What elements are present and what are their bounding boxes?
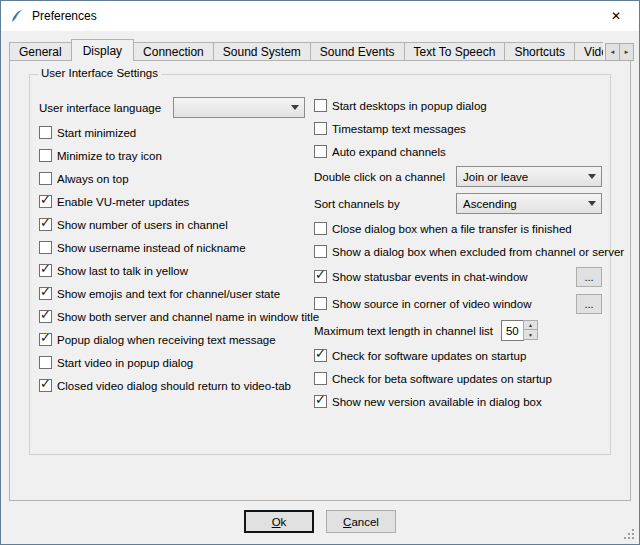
spinner-buttons: ▲ ▼ [523, 320, 538, 341]
checkbox-row-start-minimized[interactable]: Start minimized [39, 124, 305, 141]
checkbox-label: Enable VU-meter updates [57, 196, 189, 208]
tab-shortcuts[interactable]: Shortcuts [504, 42, 575, 60]
cancel-button[interactable]: Cancel [326, 510, 396, 533]
checkbox-row-show-user-count[interactable]: Show number of users in channel [39, 216, 305, 233]
checkbox[interactable] [314, 222, 327, 235]
max-text-length-spinner[interactable]: 50 ▲ ▼ [501, 320, 538, 341]
checkbox[interactable] [314, 245, 327, 258]
checkbox-row-excluded-dialog[interactable]: Show a dialog box when excluded from cha… [314, 243, 602, 260]
checkbox-label: Show emojis and text for channel/user st… [57, 288, 280, 300]
tab-scroll-left-icon[interactable]: ◄ [605, 43, 620, 61]
checkbox[interactable] [39, 218, 52, 231]
checkbox-row-emojis[interactable]: Show emojis and text for channel/user st… [39, 285, 305, 302]
chevron-down-icon [588, 174, 596, 179]
checkbox[interactable] [39, 126, 52, 139]
checkbox-row-desktops-popup[interactable]: Start desktops in popup dialog [314, 97, 602, 114]
ok-button[interactable]: Ok [244, 510, 314, 533]
sort-channels-combobox-value: Ascending [463, 198, 517, 210]
title-bar[interactable]: Preferences ✕ [1, 1, 639, 31]
sort-channels-label: Sort channels by [314, 198, 400, 210]
cancel-button-rest: ancel [351, 516, 379, 528]
sort-channels-combobox[interactable]: Ascending [456, 193, 602, 214]
resize-grip-dots [624, 529, 626, 531]
double-click-row: Double click on a channel Join or leave [314, 166, 602, 187]
checkbox-row-statusbar-events[interactable]: Show statusbar events in chat-window ... [314, 266, 602, 287]
window-title: Preferences [32, 9, 97, 23]
tab-sound-system[interactable]: Sound System [213, 42, 311, 60]
resize-grip[interactable] [623, 528, 637, 542]
spinner-value[interactable]: 50 [501, 320, 524, 341]
checkbox-label: Auto expand channels [332, 146, 446, 158]
checkbox-row-always-on-top[interactable]: Always on top [39, 170, 305, 187]
checkbox-row-video-popup[interactable]: Start video in popup dialog [39, 354, 305, 371]
checkbox[interactable] [39, 149, 52, 162]
close-icon[interactable]: ✕ [593, 1, 639, 31]
checkbox[interactable] [314, 372, 327, 385]
checkbox-label: Close dialog box when a file transfer is… [332, 223, 572, 235]
tab-scroll-buttons: ◄ ► [605, 43, 634, 61]
tab-connection[interactable]: Connection [133, 42, 214, 60]
ok-button-rest: k [281, 516, 287, 528]
checkbox-row-window-title[interactable]: Show both server and channel name in win… [39, 308, 305, 325]
tab-display[interactable]: Display [71, 39, 134, 61]
tab-scroll-right-icon[interactable]: ► [619, 43, 634, 61]
checkbox-label: Start video in popup dialog [57, 357, 193, 369]
app-logo-icon [9, 8, 25, 24]
checkbox[interactable] [314, 395, 327, 408]
checkbox[interactable] [314, 122, 327, 135]
right-column: Start desktops in popup dialog Timestamp… [314, 97, 602, 410]
checkbox[interactable] [314, 145, 327, 158]
checkbox-row-show-username[interactable]: Show username instead of nickname [39, 239, 305, 256]
checkbox[interactable] [39, 264, 52, 277]
checkbox[interactable] [39, 195, 52, 208]
checkbox[interactable] [39, 172, 52, 185]
tab-general[interactable]: General [9, 42, 72, 60]
chevron-down-icon [588, 201, 596, 206]
checkbox-label: Timestamp text messages [332, 123, 466, 135]
checkbox[interactable] [39, 333, 52, 346]
checkbox-row-software-updates[interactable]: Check for software updates on startup [314, 347, 602, 364]
checkbox-row-beta-updates[interactable]: Check for beta software updates on start… [314, 370, 602, 387]
checkbox[interactable] [314, 270, 327, 283]
display-tab-page: User Interface Settings User interface l… [9, 60, 631, 501]
checkbox[interactable] [39, 310, 52, 323]
checkbox-row-vu-meter[interactable]: Enable VU-meter updates [39, 193, 305, 210]
checkbox-label: Show new version available in dialog box [332, 396, 542, 408]
checkbox-row-new-version-dialog[interactable]: Show new version available in dialog box [314, 393, 602, 410]
tab-sound-events[interactable]: Sound Events [310, 42, 405, 60]
checkbox[interactable] [39, 287, 52, 300]
checkbox[interactable] [39, 379, 52, 392]
checkbox-row-last-to-talk[interactable]: Show last to talk in yellow [39, 262, 305, 279]
left-column: User interface language Start minimized … [39, 97, 305, 394]
language-row: User interface language [39, 97, 305, 118]
checkbox-row-timestamp[interactable]: Timestamp text messages [314, 120, 602, 137]
checkbox[interactable] [314, 297, 327, 310]
checkbox-label: Start minimized [57, 127, 136, 139]
tab-text-to-speech[interactable]: Text To Speech [404, 42, 506, 60]
checkbox-label: Show both server and channel name in win… [57, 311, 319, 323]
checkbox[interactable] [39, 241, 52, 254]
checkbox-row-video-source-corner[interactable]: Show source in corner of video window ..… [314, 293, 602, 314]
sort-channels-row: Sort channels by Ascending [314, 193, 602, 214]
checkbox-label: Check for software updates on startup [332, 350, 526, 362]
spin-down-icon[interactable]: ▼ [523, 329, 538, 340]
checkbox[interactable] [314, 99, 327, 112]
double-click-combobox-value: Join or leave [463, 171, 528, 183]
language-combobox[interactable] [173, 97, 305, 118]
double-click-combobox[interactable]: Join or leave [456, 166, 602, 187]
user-interface-settings-group: User Interface Settings User interface l… [29, 74, 611, 455]
language-label: User interface language [39, 102, 161, 114]
checkbox-label: Show number of users in channel [57, 219, 228, 231]
checkbox-row-minimize-to-tray[interactable]: Minimize to tray icon [39, 147, 305, 164]
checkbox[interactable] [39, 356, 52, 369]
checkbox-row-popup-text-message[interactable]: Popup dialog when receiving text message [39, 331, 305, 348]
checkbox-row-close-file-transfer[interactable]: Close dialog box when a file transfer is… [314, 220, 602, 237]
tab-video[interactable]: Video [574, 42, 603, 60]
checkbox[interactable] [314, 349, 327, 362]
checkbox-row-auto-expand[interactable]: Auto expand channels [314, 143, 602, 160]
statusbar-events-browse-button[interactable]: ... [576, 267, 602, 287]
preferences-dialog: Preferences ✕ General Display Connection… [0, 0, 640, 545]
double-click-label: Double click on a channel [314, 171, 445, 183]
checkbox-row-video-return-tab[interactable]: Closed video dialog should return to vid… [39, 377, 305, 394]
video-source-browse-button[interactable]: ... [576, 294, 602, 314]
